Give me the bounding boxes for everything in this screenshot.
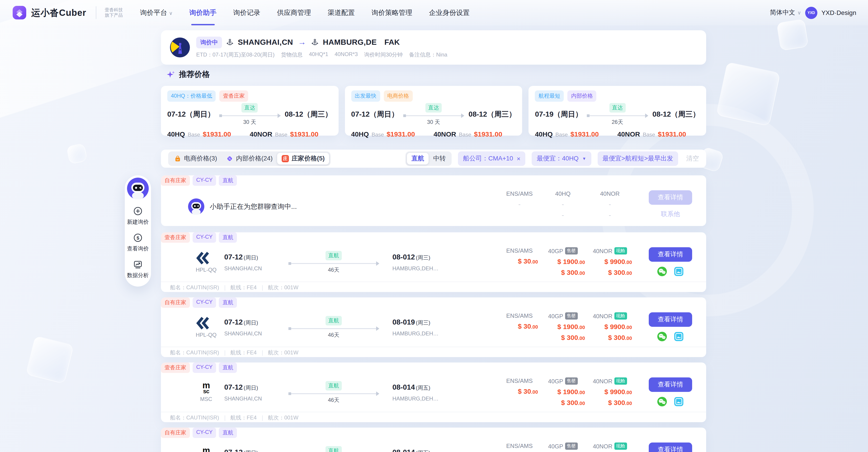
price-group: 40NOR Base $1931.00 [617, 130, 700, 138]
view-detail-button[interactable]: 查看详情 [649, 247, 692, 262]
nav-item-channel-config[interactable]: 渠道配置 [328, 0, 355, 25]
arrive-date: 08-012 [393, 253, 415, 261]
tab-label: 直航 [411, 155, 424, 163]
arrive-weekday: (周三) [416, 254, 430, 261]
rail-item-view-inquiry[interactable]: $ 查看询价 [127, 233, 149, 253]
base-price: $1931.00 [474, 130, 502, 138]
cheapest-dropdown[interactable]: 最便宜：40HQ ▼ [532, 152, 591, 166]
arrival: 08-019(周三) HAMBURG,DEH… [393, 318, 460, 336]
base-price: $1931.00 [290, 130, 318, 138]
container-type: 40NOR [617, 130, 640, 138]
depart-weekday: (周日) [244, 450, 258, 452]
assistant-avatar[interactable] [127, 177, 149, 199]
price-col-header: 40NOR [593, 248, 613, 254]
wechat-icon[interactable] [657, 266, 667, 277]
nav-item-quote-assistant[interactable]: 询价助手 [189, 0, 217, 25]
price-value-empty: - [541, 200, 585, 208]
vessel-info-footer: 船名：CAUTIN(ISR) 航线：FE4 航次：001W [161, 347, 706, 357]
price-tab-dealer[interactable]: 庄 庄家价格(5) [277, 153, 329, 164]
price-col-header: 40GP [548, 248, 563, 254]
price-col-header: 40NOR [600, 190, 620, 197]
rail-item-data-analysis[interactable]: 数据分析 [127, 259, 149, 279]
price-type-segmented: 电商价格(3) 内部价格(24) 庄 庄家价格(5) [168, 152, 331, 166]
nav-item-supplier-management[interactable]: 供应商管理 [277, 0, 311, 25]
nav-label: 供应商管理 [277, 8, 311, 17]
sort-priority-chip[interactable]: 最便宜>航程短>最早出发 [597, 152, 678, 166]
feature-tag: 40HQ：价格最低 [167, 90, 216, 102]
timeline: 直航 46天 [284, 381, 383, 404]
avatar[interactable]: YXD [805, 6, 817, 19]
recommend-card-shortest-transit[interactable]: 航程最短 内部价格 07-19（周日） 直达 26天 08-12（周三） 40H… [529, 86, 706, 136]
terms-tag: CY-CY [193, 297, 216, 308]
plus-circle-icon [133, 206, 143, 216]
gallery-icon[interactable] [674, 396, 684, 407]
carrier: HPL-QQ [188, 252, 224, 273]
vessel-name: 船名：CAUTIN(ISR) [170, 414, 219, 422]
price-col-header: ENS/AMS [506, 312, 532, 319]
nav-item-enterprise-identity[interactable]: 企业身份设置 [429, 0, 470, 25]
nav-item-quote-strategy[interactable]: 询价策略管理 [372, 0, 412, 25]
brand-subline1: 壹沓科技 [105, 7, 123, 13]
carrier-logo-msc: m sc [203, 382, 210, 394]
view-detail-button[interactable]: 查看详情 [649, 312, 692, 327]
user-name: YXD·Design [822, 9, 856, 16]
depart-weekday: (周日) [244, 319, 258, 326]
carrier-logo-hpl [196, 317, 216, 329]
price-col-header: 40NOR [593, 378, 613, 384]
clear-filters-button[interactable]: 清空 [686, 155, 699, 163]
price-tab-ecommerce[interactable]: 电商价格(3) [169, 153, 221, 164]
filter-bar: 电商价格(3) 内部价格(24) 庄 庄家价格(5) 直航 中转 [161, 150, 706, 168]
view-detail-button[interactable]: 查看详情 [649, 443, 692, 452]
carrier-filter-chip[interactable]: 船公司：CMA+10 × [458, 152, 525, 166]
language-selector[interactable]: 简体中文 ∨ [770, 8, 801, 17]
view-detail-button-disabled[interactable]: 查看详情 [649, 190, 692, 205]
tab-label: 电商价格(3) [184, 155, 217, 163]
brand-subtitle: 壹沓科技 旗下产品 [105, 7, 123, 18]
view-detail-button[interactable]: 查看详情 [649, 378, 692, 392]
svg-text:$: $ [136, 235, 139, 240]
price-columns: ENS/AMS $ 30.00 40GP售罄 $ 1900.00 $ 300.0… [501, 373, 635, 406]
timeline: 直达 30 天 [219, 103, 280, 126]
depart-date: 07-12（周日） [167, 110, 215, 119]
price-tab-internal[interactable]: 内部价格(24) [221, 153, 277, 164]
transit-days: 26天 [612, 119, 623, 126]
direct-badge: 直航 [326, 251, 342, 260]
contact-link-disabled[interactable]: 联系他 [661, 210, 680, 218]
result-row: 壹沓庄家 CY-CY 直航 HPL-QQ 07-12(周日) SHANGHAI,… [161, 232, 706, 292]
depart-port: SHANGHAI,CN [224, 265, 278, 271]
gallery-icon[interactable] [674, 331, 684, 342]
base-label: Base [275, 132, 287, 138]
price-value: $ 300.00 [541, 333, 585, 341]
assistant-avatar [188, 198, 204, 215]
transit-days: 30 天 [427, 119, 440, 126]
recommend-card-fastest-departure[interactable]: 出发最快 电商价格 07-12（周日） 直达 30 天 08-12（周三） 40… [345, 86, 522, 136]
price-value: $ 30.00 [501, 257, 538, 265]
transit-days: 46天 [328, 331, 340, 339]
container-type: 40HQ [351, 130, 369, 138]
vessel-name: 船名：CAUTIN(ISR) [170, 349, 219, 357]
sold-out-badge: 售罄 [565, 247, 578, 255]
carrier-logo-msc: m sc [203, 448, 210, 452]
rail-item-new-inquiry[interactable]: 新建询价 [127, 206, 149, 226]
wechat-icon[interactable] [657, 331, 667, 342]
recommend-card-lowest-price[interactable]: 40HQ：价格最低 壹沓庄家 07-12（周日） 直达 30 天 08-12（周… [161, 86, 338, 136]
in-stock-badge: 现舱 [614, 312, 627, 320]
timeline-arrow [288, 328, 379, 329]
brand: 运小沓Cuber 壹沓科技 旗下产品 [12, 5, 123, 20]
nav-item-quote-platform[interactable]: 询价平台 ∨ [140, 0, 173, 25]
nav-item-quote-records[interactable]: 询价记录 [233, 0, 260, 25]
arrival: 08-014(周五) HAMBURG,DEH… [393, 383, 460, 401]
gallery-icon[interactable] [674, 266, 684, 277]
inquiry-note: 备注信息：Nina [409, 51, 447, 59]
price-value: $ 30.00 [501, 387, 538, 395]
depart-date: 07-12 [224, 253, 243, 261]
carrier-name: MSC [200, 396, 212, 402]
terms-tag: CY-CY [193, 232, 216, 243]
wechat-icon[interactable] [657, 396, 667, 407]
main-nav: 询价平台 ∨ 询价助手 询价记录 供应商管理 渠道配置 询价策略管理 企业身份设… [140, 0, 470, 25]
bag-icon [174, 155, 181, 162]
route-tab-transfer[interactable]: 中转 [429, 153, 450, 164]
route-tab-direct[interactable]: 直航 [407, 153, 429, 164]
close-icon[interactable]: × [517, 155, 520, 162]
depart-date: 07-12 [224, 383, 243, 391]
